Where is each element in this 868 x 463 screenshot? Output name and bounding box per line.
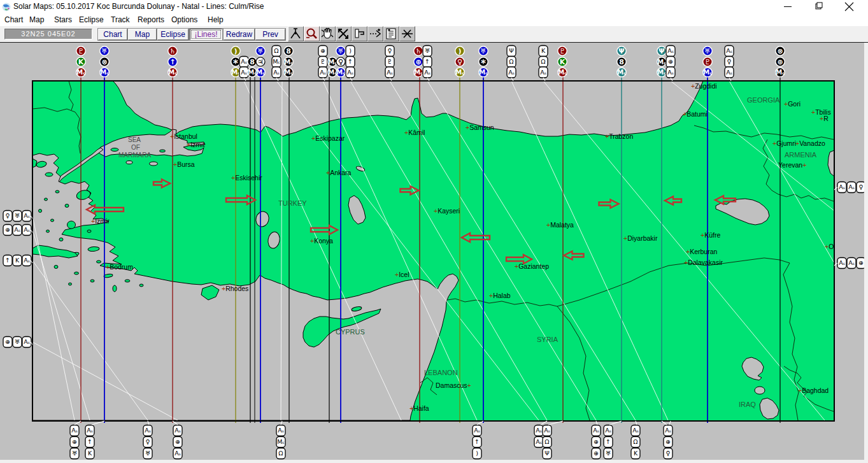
svg-text:+Diyarbakir: +Diyarbakir (623, 234, 658, 242)
menu-help[interactable]: Help (208, 15, 224, 24)
svg-text:♅: ♅ (425, 47, 430, 54)
svg-text:♀: ♀ (727, 58, 732, 65)
btn-map[interactable]: Map (128, 29, 157, 40)
svg-text:⊕: ⊕ (777, 58, 783, 66)
svg-text:♀: ♀ (6, 212, 10, 219)
svg-text:♇: ♇ (704, 58, 711, 66)
svg-text:+R: +R (820, 115, 829, 122)
svg-text:⊕: ⊕ (320, 47, 325, 54)
svg-text:♀: ♀ (338, 58, 343, 66)
svg-text:): ) (349, 47, 352, 54)
svg-text:+Eskipazar: +Eskipazar (311, 134, 345, 142)
svg-text:↑: ↑ (5, 257, 10, 264)
svg-text:Ψ: Ψ (509, 47, 513, 54)
svg-text:↑: ↑ (474, 438, 480, 445)
svg-text:⊗: ⊗ (101, 58, 107, 66)
svg-text:8: 8 (619, 58, 624, 66)
svg-text:⊕: ⊕ (594, 438, 599, 445)
btn-chart[interactable]: Chart (98, 29, 127, 40)
toolbar: 32N25 045E02 ChartMapEclipse¡Lines!Redra… (0, 26, 868, 42)
menu-eclipse[interactable]: Eclipse (79, 15, 104, 24)
svg-text:8: 8 (286, 47, 291, 55)
svg-text:⊕: ⊕ (72, 438, 77, 445)
svg-text:+Trabzon: +Trabzon (605, 132, 633, 140)
svg-text:♃: ♃ (257, 58, 264, 66)
svg-text:⊗: ⊗ (777, 47, 783, 55)
svg-text:♄: ♄ (415, 47, 422, 55)
menu-bar: ChartMapStarsEclipseTrackReportsOptionsH… (0, 13, 868, 26)
svg-text:♅: ♅ (257, 47, 264, 55)
map-svg: +Istanbul +Izmit +Bursa +Eskisehir +Eski… (0, 43, 864, 463)
svg-text:+Haifa: +Haifa (409, 404, 429, 412)
menu-track[interactable]: Track (111, 15, 130, 24)
svg-text:↑: ↑ (348, 58, 353, 65)
svg-text:+Dalavakasir: +Dalavakasir (684, 259, 723, 266)
btn-lines[interactable]: ¡Lines! (190, 29, 222, 40)
svg-text:♄: ♄ (169, 47, 176, 55)
svg-text:K: K (541, 47, 546, 54)
svg-text:+Kerburan: +Kerburan (686, 248, 717, 255)
svg-text:Damascus+: Damascus+ (436, 381, 471, 389)
svg-text:⊕: ⊕ (175, 438, 180, 445)
menu-map[interactable]: Map (29, 15, 44, 24)
svg-text:+Izmit: +Izmit (187, 141, 204, 148)
svg-text:IRAQ: IRAQ (739, 401, 756, 408)
svg-text:⊕: ⊕ (415, 58, 421, 66)
coords-box: 32N25 045E02 (4, 29, 92, 39)
svg-text:↑: ↑ (169, 58, 175, 66)
svg-text:): ) (458, 47, 461, 55)
tool-6 (383, 26, 399, 41)
svg-text:+Küfre: +Küfre (701, 231, 720, 239)
svg-text:+Kayseri: +Kayseri (434, 207, 460, 215)
svg-text:↑: ↑ (606, 438, 611, 445)
map-client: +Istanbul +Izmit +Bursa +Eskisehir +Eski… (0, 42, 868, 463)
btn-eclipse[interactable]: Eclipse (157, 29, 189, 40)
solar-maps-window: Solar Maps: 05.10.2017 Koc Burcunda Dolu… (0, 0, 868, 463)
svg-text:↑: ↑ (87, 438, 92, 445)
svg-text:CYPRUS: CYPRUS (336, 328, 365, 336)
svg-text:SYRIA: SYRIA (537, 336, 559, 343)
svg-text:↑: ↑ (425, 58, 430, 65)
svg-text:♅: ♅ (101, 47, 108, 55)
svg-text:♇: ♇ (78, 47, 84, 55)
svg-text:+Zugdidi: +Zugdidi (691, 82, 717, 90)
svg-text:+Samsun: +Samsun (466, 124, 494, 131)
svg-text:OF: OF (131, 144, 140, 151)
tool-7 (399, 26, 415, 41)
svg-text:♀: ♀ (457, 58, 462, 66)
svg-text:LEBANON: LEBANON (424, 369, 458, 376)
svg-text:+Malatya: +Malatya (546, 221, 574, 229)
svg-text:Ψ: Ψ (658, 47, 664, 55)
svg-text:♀: ♀ (388, 47, 392, 54)
svg-text:♅: ♅ (72, 450, 78, 457)
svg-text:TURKEY: TURKEY (278, 199, 307, 207)
svg-text:+Bursa: +Bursa (173, 160, 195, 168)
svg-text:MARMARA: MARMARA (118, 152, 151, 159)
svg-text:+Icel: +Icel (395, 271, 409, 278)
svg-text:+Kâmil: +Kâmil (404, 129, 425, 136)
svg-text:⊕: ⊕ (5, 338, 10, 345)
menu-reports[interactable]: Reports (138, 15, 164, 24)
svg-text:+O: +O (825, 243, 834, 250)
svg-text:Ω: Ω (509, 58, 513, 65)
menu-options[interactable]: Options (171, 15, 197, 24)
btn-redraw[interactable]: Redraw (224, 29, 255, 40)
menu-chart[interactable]: Chart (4, 15, 23, 24)
svg-text:⊕: ⊕ (5, 226, 10, 233)
svg-text:+Izmir: +Izmir (91, 217, 110, 225)
btn-prev[interactable]: Prev (255, 29, 285, 40)
svg-text:♅: ♅ (15, 338, 20, 345)
svg-text:♅: ♅ (704, 47, 711, 55)
svg-text:Ω: Ω (541, 58, 545, 65)
svg-text:♇: ♇ (387, 58, 393, 65)
svg-text:+Gori: +Gori (784, 100, 800, 108)
svg-text:♀: ♀ (859, 183, 864, 190)
svg-text:+Halab: +Halab (489, 292, 511, 299)
svg-text:Ψ: Ψ (544, 450, 549, 457)
svg-text:+Vanadzo: +Vanadzo (795, 139, 825, 147)
menu-stars[interactable]: Stars (54, 15, 72, 24)
svg-text:♅: ♅ (606, 450, 611, 457)
svg-text:Ψ: Ψ (618, 47, 624, 55)
svg-text:ARMENIA: ARMENIA (785, 151, 817, 159)
svg-text:+Bodrum: +Bodrum (106, 263, 133, 271)
